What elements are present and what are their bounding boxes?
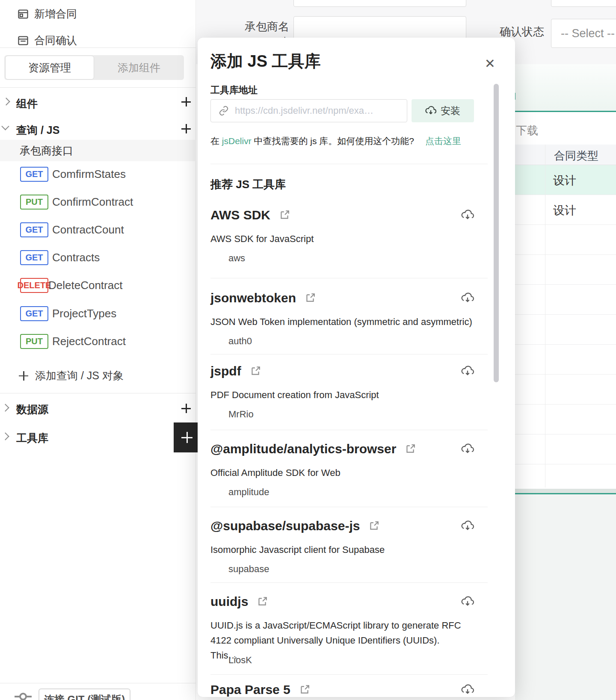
download-library-icon[interactable] (461, 209, 474, 222)
library-author: aws (228, 253, 245, 264)
confirm-status-select[interactable]: -- Select -- (551, 19, 616, 48)
library-item: @supabase/supabase-js Isomorphic Javascr… (210, 519, 474, 583)
jsdelivr-link[interactable]: jsDelivr (222, 136, 252, 146)
download-library-icon[interactable] (461, 292, 474, 304)
download-library-icon[interactable] (461, 365, 474, 378)
divider (0, 87, 196, 88)
divider (0, 393, 196, 393)
tree-section-datasources[interactable]: 数据源 (16, 402, 48, 416)
form-icon (17, 8, 29, 20)
table-row[interactable] (515, 225, 616, 255)
tab-resource-management[interactable]: 资源管理 (5, 56, 94, 80)
library-name: jsonwebtoken (210, 291, 296, 305)
table-row[interactable] (515, 315, 616, 345)
library-url-label: 工具库地址 (210, 84, 258, 97)
api-item[interactable]: GET Contracts (20, 250, 100, 265)
method-badge: GET (20, 250, 48, 265)
api-item[interactable]: GET ContractCount (20, 222, 124, 237)
git-branch-icon (15, 692, 32, 700)
library-name: AWS SDK (210, 208, 270, 222)
api-item[interactable]: DELETE DeleteContract (20, 278, 122, 293)
library-item: Papa Parse 5 (210, 682, 474, 697)
tree-section-queries[interactable]: 查询 / JS (16, 123, 59, 137)
divider (0, 47, 196, 48)
table-row[interactable]: 设计 (515, 165, 616, 195)
external-link-icon[interactable] (405, 443, 416, 455)
page-label: 合同确认 (34, 33, 77, 47)
table-row[interactable] (515, 375, 616, 405)
method-badge: PUT (20, 334, 48, 349)
library-author: LiosK (228, 655, 252, 666)
library-url-input[interactable]: https://cdn.jsdelivr.net/npm/exa… (210, 99, 407, 122)
contracts-table[interactable]: 合同类型 设计 设计 (515, 145, 616, 487)
download-library-icon[interactable] (461, 520, 474, 532)
sidebar-page-new-contract[interactable]: 新增合同 (17, 7, 77, 21)
table-row[interactable] (515, 285, 616, 315)
library-author: auth0 (228, 336, 252, 347)
download-library-icon[interactable] (461, 443, 474, 455)
download-library-icon[interactable] (461, 683, 474, 696)
method-badge: GET (20, 167, 48, 182)
table-row[interactable]: 设计 (515, 195, 616, 225)
external-link-icon[interactable] (368, 520, 379, 532)
library-author: MrRio (228, 409, 254, 420)
external-link-icon[interactable] (299, 684, 310, 695)
close-icon[interactable]: ✕ (485, 57, 495, 70)
sidebar-page-contract-confirm[interactable]: 合同确认 (17, 33, 77, 47)
library-name: @amplitude/analytics-browser (210, 442, 396, 456)
divider (210, 430, 488, 430)
api-item[interactable]: PUT RejectContract (20, 334, 126, 349)
api-item[interactable]: GET ComfirmStates (20, 167, 126, 182)
tree-section-components[interactable]: 组件 (16, 97, 38, 111)
plus-icon (181, 432, 191, 443)
add-component-plus-icon[interactable] (181, 97, 191, 106)
connect-git-button[interactable]: 连接 GIT (测试版) (38, 688, 130, 700)
add-library-button-active[interactable] (174, 422, 198, 452)
method-badge: GET (20, 306, 48, 321)
add-query-js-object-button[interactable]: 添加查询 / JS 对象 (19, 369, 124, 383)
divider (210, 278, 488, 278)
table-row[interactable] (515, 345, 616, 375)
library-name: jspdf (210, 364, 241, 378)
table-row[interactable] (515, 464, 616, 487)
query-group-contractor-api[interactable]: 承包商接口 (0, 140, 196, 161)
click-here-link[interactable]: 点击这里 (425, 136, 461, 146)
method-badge: GET (20, 222, 48, 237)
select-placeholder: -- Select -- (561, 27, 615, 40)
table-row[interactable] (515, 255, 616, 285)
library-item: jsonwebtoken JSON Web Token implementati… (210, 291, 474, 355)
helper-text: 在 jsDelivr 中查找需要的 js 库。如何使用这个功能?点击这里 (210, 135, 461, 147)
add-query-plus-icon[interactable] (181, 124, 191, 133)
page-label: 新增合同 (34, 7, 77, 21)
table-header-row: 合同类型 (515, 145, 616, 165)
api-item[interactable]: PUT ConfirmContract (20, 195, 133, 210)
table-bottom-band (515, 489, 616, 493)
api-item[interactable]: GET ProjectTypes (20, 306, 116, 321)
external-link-icon[interactable] (305, 292, 316, 304)
add-datasource-plus-icon[interactable] (181, 404, 191, 413)
library-name: Papa Parse 5 (210, 682, 290, 697)
library-description: JSON Web Token implementation (symmetric… (210, 314, 472, 329)
external-link-icon[interactable] (250, 366, 261, 377)
library-item: AWS SDK AWS SDK for JavaScript aws (210, 208, 474, 272)
form-input-partial-top-right[interactable] (551, 0, 616, 7)
tree-section-libraries[interactable]: 工具库 (16, 431, 48, 445)
library-item: uuidjs UUID.js is a JavaScript/ECMAScrip… (210, 594, 474, 673)
tab-add-component[interactable]: 添加组件 (94, 61, 184, 75)
widget-selection-area (515, 64, 616, 111)
recommended-section-title: 推荐 JS 工具库 (210, 177, 286, 192)
cloud-download-icon (425, 105, 436, 116)
library-author: supabase (228, 564, 269, 575)
external-link-icon[interactable] (257, 596, 268, 607)
form-input-partial-top[interactable] (293, 0, 466, 7)
external-link-icon[interactable] (279, 210, 290, 221)
table-row[interactable] (515, 434, 616, 464)
table-row[interactable] (515, 405, 616, 434)
modal-title: 添加 JS 工具库 (210, 50, 321, 72)
modal-scrollbar[interactable] (494, 84, 499, 382)
table-column-divider (545, 145, 545, 487)
confirm-status-label: 确认状态 (499, 24, 544, 39)
download-library-icon[interactable] (461, 595, 474, 608)
library-author: amplitude (228, 487, 269, 498)
install-button[interactable]: 安装 (412, 99, 474, 122)
